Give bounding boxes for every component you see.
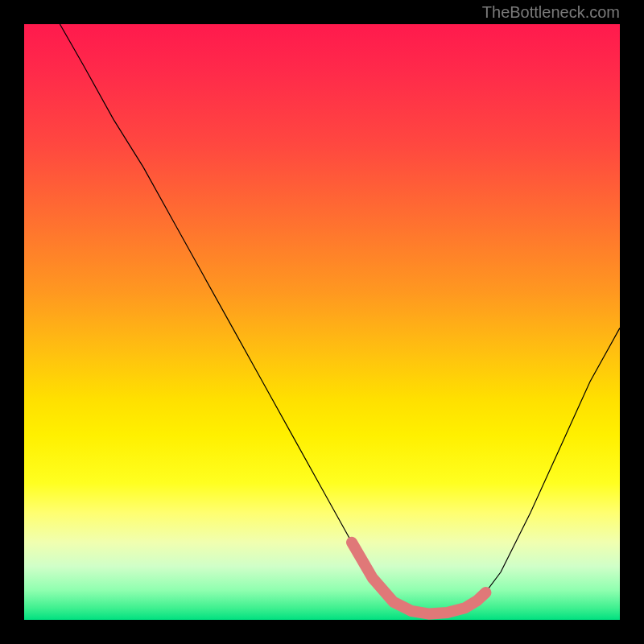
bottleneck-curve [60, 24, 620, 614]
chart-frame: TheBottleneck.com [0, 0, 644, 644]
bottleneck-highlight [352, 543, 486, 614]
chart-svg [24, 24, 620, 620]
watermark-label: TheBottleneck.com [482, 3, 620, 22]
plot-area [24, 24, 620, 620]
